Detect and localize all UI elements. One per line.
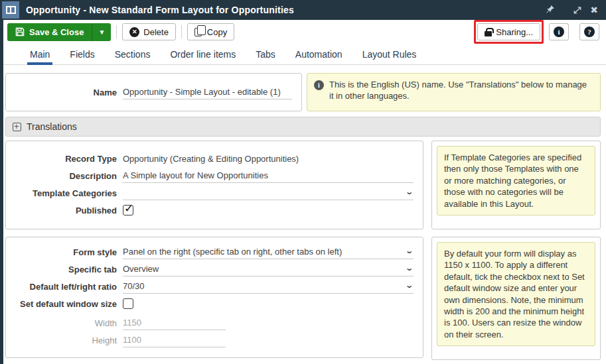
- save-icon: [15, 27, 25, 36]
- info-icon: i: [314, 80, 324, 90]
- tab-main[interactable]: Main: [27, 46, 52, 64]
- chevron-down-icon: ⌄: [405, 188, 414, 196]
- tab-automation[interactable]: Automation: [293, 46, 345, 64]
- copy-icon: [194, 28, 202, 36]
- copy-button[interactable]: Copy: [187, 23, 234, 40]
- template-categories-select[interactable]: ⌄: [123, 186, 414, 200]
- tab-tabs[interactable]: Tabs: [253, 46, 278, 64]
- delete-button[interactable]: ✕ Delete: [122, 23, 176, 40]
- record-type-value: Opportunity (Creating & Editing Opportun…: [123, 151, 414, 166]
- published-label: Published: [6, 206, 123, 215]
- tab-fields[interactable]: Fields: [67, 46, 97, 64]
- name-hint-text: This is the English (US) name. Use "Tran…: [329, 79, 593, 105]
- name-panel: Name Opportunity - Simple Layout - edita…: [5, 73, 302, 111]
- toolbar-divider: [181, 25, 182, 38]
- name-label: Name: [6, 88, 123, 97]
- window-titlebar: Opportunity - New Standard Form Layout f…: [0, 0, 606, 20]
- name-hint-box: i This is the English (US) name. Use "Tr…: [307, 73, 601, 111]
- toolbar-divider: [116, 25, 117, 38]
- details-panel: Record Type Opportunity (Creating & Edit…: [5, 141, 423, 229]
- save-options-chevron-icon[interactable]: ▼: [92, 23, 111, 41]
- published-checkbox[interactable]: [123, 205, 133, 215]
- description-label: Description: [6, 171, 123, 181]
- chevron-down-icon: ⌄: [405, 264, 414, 273]
- pin-icon[interactable]: [546, 5, 555, 15]
- specific-tab-label: Specific tab: [6, 265, 123, 274]
- width-input[interactable]: 1150: [123, 316, 226, 330]
- height-label: Height: [6, 335, 123, 345]
- info-button[interactable]: i: [549, 23, 569, 40]
- help-button[interactable]: ?: [579, 23, 599, 40]
- ratio-label: Default left/right ratio: [6, 282, 123, 292]
- chevron-down-icon: ⌄: [405, 247, 414, 255]
- expand-icon[interactable]: ⤢: [573, 5, 581, 15]
- lock-icon: [485, 31, 492, 36]
- chevron-down-icon: ⌄: [405, 281, 414, 290]
- form-style-select[interactable]: Panel on the right (specific tab on righ…: [123, 245, 414, 259]
- description-input[interactable]: A Simple layout for New Opportunities: [123, 168, 414, 183]
- set-default-window-size-label: Set default window size: [6, 299, 123, 309]
- tab-order-line-items[interactable]: Order line items: [167, 46, 238, 64]
- save-close-button[interactable]: Save & Close: [7, 23, 92, 41]
- name-input[interactable]: Opportunity - Simple Layout - editable (…: [123, 85, 292, 99]
- details-hint-panel: If Template Categories are specified the…: [431, 141, 601, 229]
- template-categories-hint-text: If Template Categories are specified the…: [437, 146, 595, 215]
- tab-sections[interactable]: Sections: [112, 46, 153, 64]
- form-options-panel: Form style Panel on the right (specific …: [5, 237, 423, 358]
- specific-tab-select[interactable]: Overview ⌄: [123, 262, 414, 276]
- form-hint-panel: By default your form will display as 115…: [431, 237, 601, 360]
- form-style-label: Form style: [6, 247, 123, 257]
- translations-label: Translations: [27, 121, 77, 132]
- help-icon: ?: [584, 27, 595, 37]
- toolbar: Save & Close ▼ ✕ Delete Copy Sharing... …: [3, 20, 606, 44]
- record-type-label: Record Type: [6, 154, 123, 164]
- info-icon: i: [554, 27, 564, 37]
- delete-icon: ✕: [129, 27, 139, 37]
- tab-bar: Main Fields Sections Order line items Ta…: [3, 45, 606, 65]
- save-close-split-button[interactable]: Save & Close ▼: [7, 23, 111, 41]
- window-size-hint-text: By default your form will display as 115…: [437, 242, 595, 346]
- height-input[interactable]: 1100: [123, 333, 226, 347]
- expand-plus-icon[interactable]: [13, 123, 21, 131]
- close-icon[interactable]: ✖: [590, 5, 598, 15]
- width-label: Width: [6, 318, 123, 328]
- template-categories-label: Template Categories: [6, 188, 123, 198]
- layout-app-icon: [2, 1, 19, 19]
- translations-section-header[interactable]: Translations: [5, 117, 601, 137]
- ratio-select[interactable]: 70/30 ⌄: [123, 279, 414, 294]
- sharing-highlight-annotation: Sharing...: [474, 20, 544, 44]
- window-title: Opportunity - New Standard Form Layout f…: [26, 5, 294, 15]
- set-default-window-size-checkbox[interactable]: [123, 298, 133, 309]
- sharing-button[interactable]: Sharing...: [477, 23, 540, 40]
- tab-layout-rules[interactable]: Layout Rules: [360, 46, 419, 64]
